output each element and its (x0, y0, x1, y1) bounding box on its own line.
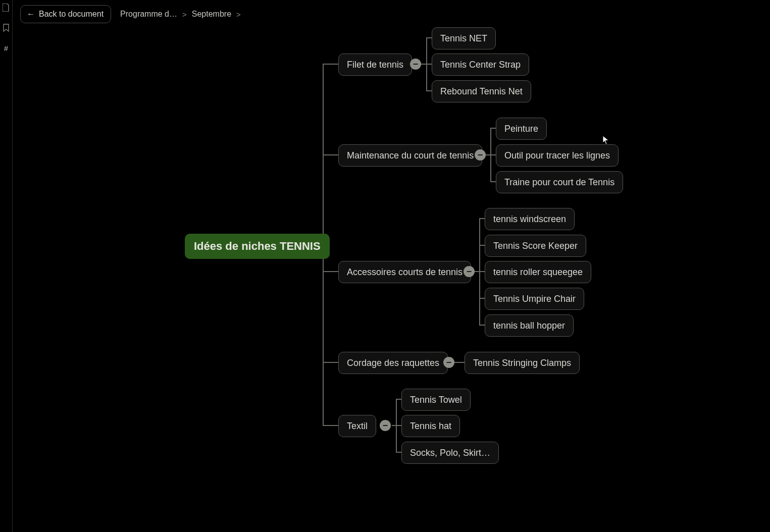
minus-icon: − (478, 150, 483, 159)
mindmap-node[interactable]: Accessoires courts de tennis (338, 261, 471, 283)
node-label: Filet de tennis (347, 60, 403, 70)
minus-icon: − (446, 358, 452, 367)
node-label: Tennis Center Strap (440, 60, 521, 70)
node-label: Peinture (504, 124, 538, 134)
mindmap-node[interactable]: Tennis hat (401, 415, 460, 437)
node-label: Outil pour tracer les lignes (504, 150, 610, 161)
mindmap-node[interactable]: tennis windscreen (485, 208, 575, 230)
mindmap-node[interactable]: Tennis NET (432, 27, 496, 49)
mindmap-node[interactable]: Traine pour court de Tennis (496, 171, 623, 193)
node-label: tennis windscreen (493, 214, 566, 225)
collapse-toggle[interactable]: − (475, 149, 486, 161)
mindmap-node[interactable]: tennis roller squeegee (485, 261, 591, 283)
node-label: Textil (347, 421, 368, 432)
mindmap-node[interactable]: Tennis Center Strap (432, 54, 529, 76)
mindmap-node[interactable]: Textil (338, 415, 376, 437)
node-label: Tennis Score Keeper (493, 241, 578, 251)
mindmap-node[interactable]: tennis ball hopper (485, 314, 574, 337)
mindmap-node[interactable]: Socks, Polo, Skirt… (401, 442, 499, 464)
minus-icon: − (467, 267, 472, 276)
mindmap-node[interactable]: Tennis Score Keeper (485, 235, 586, 257)
node-label: Tennis Umpire Chair (493, 294, 576, 304)
node-label: Accessoires courts de tennis (347, 267, 463, 278)
mindmap-node[interactable]: Tennis Towel (401, 389, 471, 411)
mindmap-node[interactable]: Peinture (496, 118, 547, 140)
node-label: Cordage des raquettes (347, 358, 439, 368)
minus-icon: − (413, 60, 419, 69)
node-label: Tennis hat (410, 421, 451, 432)
mindmap-node[interactable]: Maintenance du court de tennis (338, 144, 482, 167)
node-label: tennis roller squeegee (493, 267, 583, 278)
mindmap-node[interactable]: Filet de tennis (338, 54, 412, 76)
node-label: Idées de niches TENNIS (194, 240, 321, 253)
node-label: Tennis Stringing Clamps (473, 358, 571, 368)
node-label: tennis ball hopper (493, 321, 565, 331)
mindmap-node[interactable]: Cordage des raquettes (338, 352, 448, 374)
collapse-toggle[interactable]: − (410, 59, 421, 70)
mindmap-canvas[interactable]: Idées de niches TENNIS Filet de tennis −… (0, 0, 770, 532)
node-label: Tennis Towel (410, 395, 462, 405)
mindmap-node[interactable]: Rebound Tennis Net (432, 80, 531, 102)
mindmap-root-node[interactable]: Idées de niches TENNIS (185, 234, 330, 259)
minus-icon: − (383, 421, 388, 430)
mindmap-node[interactable]: Outil pour tracer les lignes (496, 144, 619, 167)
collapse-toggle[interactable]: − (464, 266, 475, 277)
collapse-toggle[interactable]: − (380, 420, 391, 431)
mindmap-node[interactable]: Tennis Stringing Clamps (465, 352, 580, 374)
mindmap-node[interactable]: Tennis Umpire Chair (485, 288, 584, 310)
node-label: Rebound Tennis Net (440, 86, 523, 97)
collapse-toggle[interactable]: − (443, 357, 454, 368)
node-label: Maintenance du court de tennis (347, 150, 474, 161)
node-label: Tennis NET (440, 33, 487, 44)
mouse-cursor-icon (602, 135, 609, 145)
node-label: Traine pour court de Tennis (504, 177, 614, 188)
node-label: Socks, Polo, Skirt… (410, 448, 490, 458)
